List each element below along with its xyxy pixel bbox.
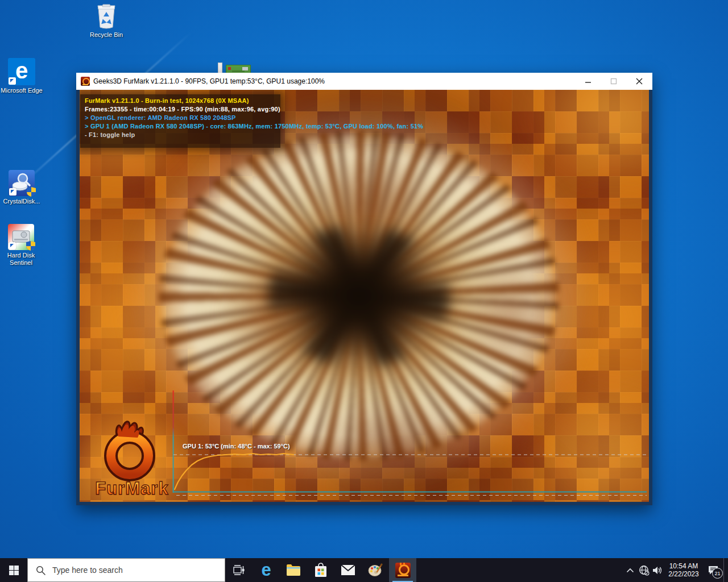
uac-shield-icon [26,241,35,251]
show-desktop-button[interactable] [723,558,728,582]
taskbar-app-mail[interactable] [334,558,362,582]
task-view-button[interactable] [225,558,253,582]
shortcut-arrow-icon [9,77,16,85]
file-explorer-icon [286,564,301,576]
furmark-logo-text: FurMark [95,479,168,498]
gpu-temp-curve [175,454,293,489]
desktop-icon-hard-disk-sentinel[interactable]: Hard Disk Sentinel [0,224,43,267]
furmark-logo: FurMark [83,417,181,501]
edge-icon: e [261,562,271,579]
furmark-window-icon [81,77,90,86]
desktop-icon-crystaldiskinfo[interactable]: CrystalDisk... [0,170,43,205]
desktop-icon-recycle-bin[interactable]: Recycle Bin [85,3,128,39]
microsoft-store-icon [314,563,328,577]
chevron-up-icon [626,568,634,573]
furmark-icon [395,563,411,578]
volume-icon[interactable] [651,558,664,582]
paint-icon [368,563,383,577]
taskbar-app-file-explorer[interactable] [280,558,307,582]
taskbar-app-edge[interactable]: e [253,558,280,582]
notification-count-badge: 21 [712,568,723,579]
desktop-icon-label: CrystalDisk... [0,198,43,205]
search-input[interactable] [51,565,207,575]
desktop-icon-label: Hard Disk Sentinel [0,252,43,267]
system-tray: 10:54 AM 2/22/2023 21 [623,558,728,582]
osd-line-title: FurMark v1.21.1.0 - Burn-in test, 1024x7… [85,97,249,104]
edge-icon: e [8,58,35,85]
taskbar-app-furmark[interactable] [389,558,416,582]
task-view-icon [233,565,245,575]
desktop-icon-label: Microsoft Edge [0,87,43,94]
window-titlebar[interactable]: Geeks3D FurMark v1.21.1.0 - 90FPS, GPU1 … [76,73,652,90]
search-icon [36,566,46,575]
maximize-button[interactable] [601,73,626,90]
osd-line-help: - F1: toggle help [85,131,135,138]
osd-line-renderer: > OpenGL renderer: AMD Radeon RX 580 204… [85,114,236,121]
minimize-button[interactable] [575,73,601,90]
shortcut-arrow-icon [9,188,16,196]
mail-icon [341,564,355,576]
hard-disk-sentinel-icon [8,224,34,250]
shortcut-arrow-icon [9,242,16,250]
clock-time: 10:54 AM [665,562,702,570]
furmark-window: Geeks3D FurMark v1.21.1.0 - 90FPS, GPU1 … [76,73,652,505]
taskbar-search[interactable] [27,558,225,582]
windows-logo-icon [9,566,19,575]
window-title: Geeks3D FurMark v1.21.1.0 - 90FPS, GPU1 … [93,77,325,85]
taskbar-app-paint[interactable] [362,558,389,582]
osd-line-gpu: > GPU 1 (AMD Radeon RX 580 2048SP) - cor… [85,123,423,130]
clock-date: 2/22/2023 [665,570,702,578]
osd-line-frames: Frames:23355 - time:00:04:19 - FPS:90 (m… [85,106,280,113]
furmark-render-viewport: GPU 1: 53°C (min: 48°C - max: 59°C) FurM… [80,90,649,502]
desktop-icon-label: Recycle Bin [85,31,128,39]
action-center-button[interactable]: 21 [703,558,723,582]
taskbar-app-microsoft-store[interactable] [307,558,334,582]
gpu-temp-label: GPU 1: 53°C (min: 48°C - max: 59°C) [183,443,290,450]
speaker-icon [652,566,663,575]
taskbar: e [0,558,728,582]
taskbar-clock[interactable]: 10:54 AM 2/22/2023 [665,562,702,578]
flame-ring-icon [111,422,148,475]
uac-shield-icon [27,187,36,197]
desktop-icon-partial[interactable] [217,61,250,73]
start-button[interactable] [0,558,27,582]
recycle-bin-icon [94,3,119,30]
crystaldiskinfo-icon [9,170,35,196]
close-button[interactable] [626,73,652,90]
globe-no-internet-icon [639,565,650,576]
network-status-icon[interactable] [637,558,651,582]
show-hidden-icons-button[interactable] [623,558,637,582]
desktop-icon-microsoft-edge[interactable]: e Microsoft Edge [0,58,43,94]
